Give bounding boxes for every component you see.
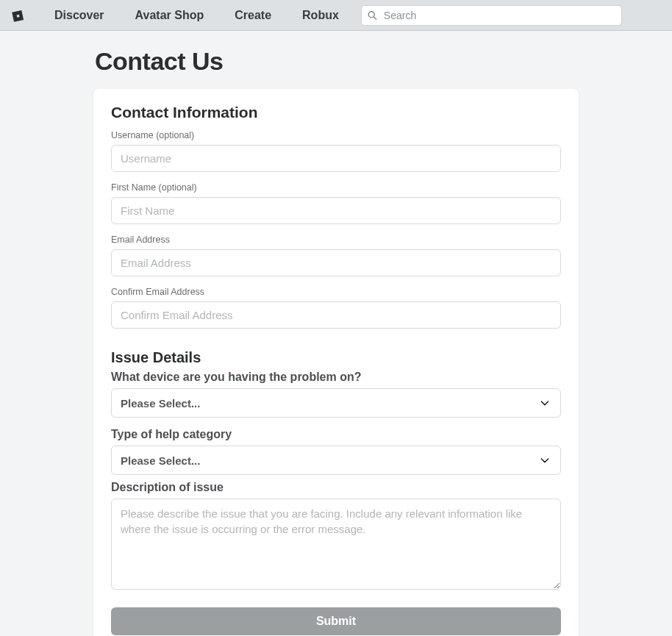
nav-robux[interactable]: Robux [289, 3, 352, 28]
category-select-wrap: Please Select... [111, 446, 561, 475]
search-input[interactable] [361, 5, 622, 26]
nav-discover[interactable]: Discover [41, 3, 118, 28]
description-label: Description of issue [111, 481, 561, 494]
page-content: Contact Us Contact Information Username … [93, 47, 579, 636]
contact-form-card: Contact Information Username (optional) … [93, 89, 579, 636]
category-question-label: Type of help category [111, 428, 561, 441]
category-select[interactable]: Please Select... [111, 446, 561, 475]
email-label: Email Address [111, 235, 561, 245]
section-issue-details: Issue Details [111, 349, 561, 366]
confirm-email-input[interactable] [111, 301, 561, 329]
description-textarea[interactable] [111, 499, 561, 590]
device-select-wrap: Please Select... [111, 388, 561, 418]
firstname-label: First Name (optional) [111, 182, 561, 193]
firstname-input[interactable] [111, 197, 561, 224]
search-wrap [361, 5, 622, 26]
device-select[interactable]: Please Select... [111, 388, 561, 418]
device-question-label: What device are you having the problem o… [111, 371, 561, 384]
top-navbar: Discover Avatar Shop Create Robux [0, 0, 672, 31]
svg-rect-1 [17, 14, 20, 17]
logo-icon[interactable] [10, 7, 26, 24]
nav-avatar-shop[interactable]: Avatar Shop [122, 3, 218, 28]
username-input[interactable] [111, 145, 561, 172]
confirm-email-label: Confirm Email Address [111, 287, 561, 297]
section-contact-info: Contact Information [111, 104, 561, 121]
submit-button[interactable]: Submit [111, 607, 561, 635]
nav-create[interactable]: Create [221, 3, 285, 28]
username-label: Username (optional) [111, 130, 561, 140]
email-input[interactable] [111, 249, 561, 276]
page-title: Contact Us [95, 47, 579, 76]
